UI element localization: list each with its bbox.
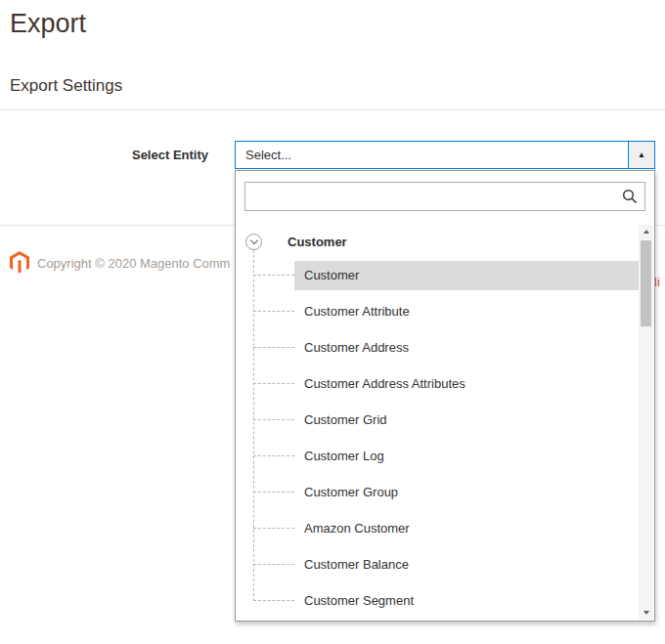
entity-select-value: Select... bbox=[236, 142, 654, 168]
dropdown-item-label: Customer Log bbox=[294, 442, 639, 471]
triangle-down-icon bbox=[643, 611, 649, 615]
entity-dropdown-panel: Customer Customer Customer Attribute Cus… bbox=[235, 170, 655, 622]
dropdown-item-customer-segment[interactable]: Customer Segment bbox=[253, 582, 639, 619]
dropdown-item-customer-log[interactable]: Customer Log bbox=[253, 438, 639, 474]
search-input[interactable] bbox=[244, 182, 645, 211]
caret-up-icon: ▲ bbox=[638, 151, 645, 159]
dropdown-item-label: Amazon Customer bbox=[294, 514, 639, 543]
scrollbar-thumb[interactable] bbox=[641, 240, 651, 326]
tree-items: Customer Customer Attribute Customer Add… bbox=[253, 257, 639, 619]
magento-logo-icon bbox=[10, 251, 29, 274]
dropdown-item-customer-grid[interactable]: Customer Grid bbox=[253, 402, 639, 438]
dropdown-item-customer-address-attributes[interactable]: Customer Address Attributes bbox=[253, 365, 639, 402]
dropdown-item-label: Customer Grid bbox=[294, 406, 639, 435]
dropdown-item-label: Customer Address Attributes bbox=[294, 369, 639, 399]
entity-select[interactable]: Select... ▲ bbox=[235, 141, 655, 169]
triangle-up-icon bbox=[643, 230, 649, 234]
copyright-text: Copyright © 2020 Magento Comm bbox=[37, 256, 230, 271]
dropdown-item-customer-group[interactable]: Customer Group bbox=[253, 474, 639, 510]
dropdown-item-customer-balance[interactable]: Customer Balance bbox=[253, 546, 639, 582]
dropdown-search bbox=[244, 182, 645, 211]
dropdown-item-label: Customer Segment bbox=[294, 586, 639, 616]
tree-group-customer[interactable]: Customer bbox=[236, 226, 639, 257]
dropdown-item-customer-address[interactable]: Customer Address bbox=[253, 329, 639, 365]
select-toggle-button[interactable]: ▲ bbox=[628, 142, 654, 168]
select-entity-label: Select Entity bbox=[0, 148, 208, 162]
dropdown-item-label: Customer Attribute bbox=[294, 297, 639, 326]
dropdown-item-amazon-customer[interactable]: Amazon Customer bbox=[253, 510, 639, 546]
section-heading: Export Settings bbox=[10, 76, 122, 96]
search-icon bbox=[622, 189, 638, 204]
tree-group-label: Customer bbox=[288, 235, 347, 249]
dropdown-item-label: Customer Address bbox=[294, 333, 639, 363]
page-title: Export bbox=[10, 9, 86, 39]
dropdown-item-label: Customer bbox=[294, 261, 639, 290]
section-top-divider bbox=[0, 109, 665, 110]
dropdown-item-label: Customer Balance bbox=[294, 550, 639, 580]
dropdown-scrollbar[interactable] bbox=[639, 225, 653, 620]
entity-tree: Customer Customer Customer Attribute Cus… bbox=[236, 226, 639, 621]
scroll-down-button[interactable] bbox=[639, 606, 653, 620]
dropdown-item-customer-attribute[interactable]: Customer Attribute bbox=[253, 293, 639, 329]
scroll-up-button[interactable] bbox=[639, 225, 653, 238]
chevron-down-circle-icon[interactable] bbox=[245, 234, 262, 250]
dropdown-item-customer[interactable]: Customer bbox=[253, 257, 639, 293]
dropdown-item-label: Customer Group bbox=[294, 478, 639, 507]
